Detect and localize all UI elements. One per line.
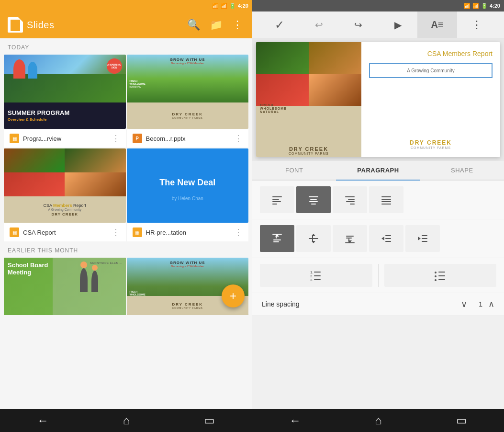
svg-point-44: [435, 272, 437, 273]
play-icon: ▶: [394, 19, 402, 31]
battery-icon-right: 🔋: [481, 3, 488, 9]
grow-tags: FRESHWHOLESOMENATURAL: [130, 80, 146, 88]
svg-rect-9: [348, 199, 355, 200]
unordered-list-button[interactable]: [384, 264, 497, 287]
file-row-csa[interactable]: ▦ CSA Report ⋮: [4, 223, 126, 241]
status-bar-left: 📶 📶 🔋 4:20: [0, 0, 252, 11]
grow-thumbnail: GROW WITH US Becoming a CSA Member FRESH…: [127, 55, 249, 129]
svg-rect-8: [345, 196, 355, 197]
file-menu-summer[interactable]: ⋮: [112, 133, 120, 144]
toolbar-left: Slides 🔍 📁 ⋮: [0, 11, 252, 38]
dry-creek-right: DRY CREEK COMMUNITY FARMS: [369, 139, 493, 149]
indent-increase-button[interactable]: [405, 225, 440, 252]
recent-button-right[interactable]: ▭: [456, 414, 467, 427]
ordered-list-button[interactable]: 1. 2. 3.: [260, 264, 372, 287]
grow-image: GROW WITH US Becoming a CSA Member FRESH…: [127, 55, 249, 102]
line-spacing-label: Line spacing: [262, 300, 461, 308]
file-row-hr[interactable]: ▦ HR-pre...tation ⋮: [127, 223, 249, 241]
scroll-area[interactable]: TODAY A WARNING SIGN: [0, 38, 252, 409]
back-button-right[interactable]: ←: [289, 414, 301, 427]
grow-sub-sm: Becoming a CSA Member: [127, 62, 249, 65]
svg-rect-47: [438, 275, 445, 276]
vert-middle-button[interactable]: [296, 225, 331, 252]
svg-marker-37: [418, 237, 421, 240]
subtitle-text: A Growing Community: [407, 68, 454, 73]
format-tabs: FONT PARAGRAPH SHAPE: [252, 161, 504, 181]
svg-rect-14: [381, 201, 391, 202]
more-button[interactable]: ⋮: [457, 11, 496, 38]
file-menu-hr[interactable]: ⋮: [234, 227, 243, 238]
status-icons-right: 📶 📶 🔋 4:20: [464, 3, 500, 9]
text-format-button[interactable]: A≡: [417, 11, 457, 38]
redo-button[interactable]: ↪: [339, 11, 378, 38]
align-center-button[interactable]: [296, 186, 331, 213]
slides-icon-inner: [11, 20, 20, 31]
grow-brand-sub: COMMUNITY FARMS: [172, 116, 203, 119]
summer-image: A WARNING SIGN: [4, 55, 126, 102]
align-left-button[interactable]: [260, 186, 294, 213]
file-menu-grow[interactable]: ⋮: [234, 133, 243, 144]
check-button[interactable]: ✓: [260, 11, 299, 38]
line-spacing-up-icon[interactable]: ∧: [488, 299, 494, 309]
play-button[interactable]: ▶: [378, 11, 417, 38]
file-menu-csa[interactable]: ⋮: [112, 227, 120, 238]
earlier-section: SUNNYSIDE ELEM... School: [0, 258, 252, 315]
new-deal-item[interactable]: The New Deal by Helen Chan: [127, 148, 249, 223]
vert-top-button[interactable]: [260, 225, 294, 252]
line-spacing-down-icon[interactable]: ∨: [461, 299, 467, 309]
svg-rect-21: [309, 238, 318, 239]
svg-rect-31: [385, 238, 391, 239]
summer-program-item[interactable]: A WARNING SIGN SUMMER PROGRAM Overview &…: [4, 55, 126, 129]
slide-preview[interactable]: FRESH WHOLESOME NATURAL DRY CREEK COMMUN…: [256, 42, 500, 157]
csa-label: CSA: [427, 50, 443, 57]
list-divider: [378, 264, 379, 287]
csa-title-right: CSA Members Report: [369, 50, 493, 57]
today-header: TODAY: [0, 38, 252, 55]
file-row-summer[interactable]: ▦ Progra...rview ⋮: [4, 129, 126, 148]
tab-font[interactable]: FONT: [252, 161, 336, 180]
vert-bottom-button[interactable]: [333, 225, 367, 252]
dry-creek-brand-sub: COMMUNITY FARMS: [369, 146, 493, 149]
svg-rect-41: [314, 275, 321, 276]
csa-report-item[interactable]: CSA Members Report A Growing Community D…: [4, 148, 126, 223]
tab-shape[interactable]: SHAPE: [420, 161, 504, 180]
time-left: 4:20: [238, 3, 248, 9]
undo-button[interactable]: ↩: [299, 11, 338, 38]
fab-button[interactable]: +: [222, 284, 245, 307]
tab-shape-label: SHAPE: [451, 167, 473, 174]
slide-brand-name: DRY CREEK: [289, 146, 328, 152]
align-right-button[interactable]: [333, 186, 367, 213]
deal-author: by Helen Chan: [172, 196, 203, 201]
file-icon-hr: ▦: [133, 227, 142, 237]
home-button-left[interactable]: ⌂: [123, 414, 130, 427]
nav-bar-left: ← ⌂ ▭: [0, 409, 252, 432]
align-justify-button[interactable]: [369, 186, 403, 213]
subtitle-box[interactable]: A Growing Community: [369, 63, 493, 78]
school-board-item[interactable]: SUNNYSIDE ELEM... School: [4, 258, 126, 315]
earlier-grid: SUNNYSIDE ELEM... School: [0, 258, 252, 315]
tab-paragraph[interactable]: PARAGRAPH: [336, 161, 420, 180]
slide-brand-sub: COMMUNITY FARMS: [289, 152, 329, 155]
grow2-tags: FRESH WHOLESOME: [130, 290, 146, 296]
more-vert-icon: ⋮: [471, 19, 482, 31]
folder-icon[interactable]: 📁: [208, 17, 224, 33]
svg-rect-39: [314, 272, 321, 273]
report-label: Report: [470, 50, 493, 57]
deal-thumbnail: The New Deal by Helen Chan: [127, 148, 249, 223]
home-button-right[interactable]: ⌂: [375, 414, 382, 427]
summer-thumbnail: A WARNING SIGN SUMMER PROGRAM Overview &…: [4, 55, 126, 129]
recent-button-left[interactable]: ▭: [204, 414, 215, 427]
svg-point-46: [435, 275, 437, 277]
svg-rect-19: [273, 239, 281, 240]
grow-with-us-item[interactable]: GROW WITH US Becoming a CSA Member FRESH…: [127, 55, 249, 129]
file-name-csa: CSA Report: [23, 229, 112, 236]
search-icon[interactable]: 🔍: [185, 17, 202, 33]
redo-icon: ↪: [354, 19, 362, 31]
back-button-left[interactable]: ←: [37, 414, 49, 427]
indent-decrease-button[interactable]: [369, 225, 403, 252]
more-icon[interactable]: ⋮: [230, 17, 245, 33]
file-row-grow[interactable]: P Becom...r.pptx ⋮: [127, 129, 249, 148]
svg-marker-33: [381, 237, 384, 240]
text-format-icon: A≡: [431, 19, 443, 30]
slide-tags: FRESH WHOLESOME NATURAL: [260, 103, 287, 114]
